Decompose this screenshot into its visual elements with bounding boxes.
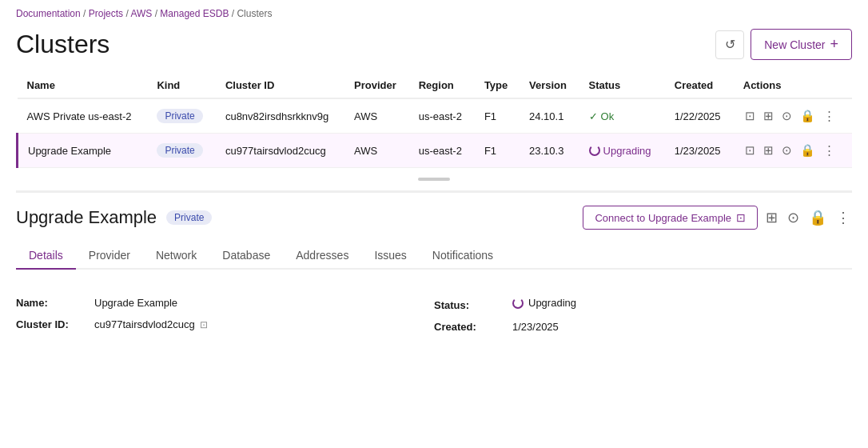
drag-handle[interactable] xyxy=(418,178,450,181)
detail-title: Upgrade Example xyxy=(16,207,157,228)
detail-lock-icon[interactable]: 🔒 xyxy=(807,207,828,228)
cell-provider: AWS xyxy=(344,134,409,168)
cluster-id-row: Cluster ID: cu977tairsdvlod2cucg ⊡ xyxy=(16,314,434,335)
upload-icon[interactable]: ⊙ xyxy=(780,107,794,125)
more-icon[interactable]: ⋮ xyxy=(822,107,837,125)
breadcrumb-projects[interactable]: Projects xyxy=(89,8,123,19)
kind-badge: Private xyxy=(157,143,202,158)
cell-created: 1/23/2025 xyxy=(665,134,734,168)
kind-badge: Private xyxy=(157,109,202,123)
table-row[interactable]: Upgrade Example Private cu977tairsdvlod2… xyxy=(18,134,853,168)
clusters-table-container: Name Kind Cluster ID Provider Region Typ… xyxy=(0,73,868,168)
col-provider: Provider xyxy=(344,73,409,98)
more-icon[interactable]: ⋮ xyxy=(822,142,837,159)
detail-actions: Connect to Upgrade Example ⊡ ⊞ ⊙ 🔒 ⋮ xyxy=(583,206,852,230)
cell-provider: AWS xyxy=(344,98,409,134)
status-text: Upgrading xyxy=(603,145,651,157)
status-value-text: Upgrading xyxy=(528,297,576,309)
breadcrumb-managed-esdb[interactable]: Managed ESDB xyxy=(160,8,229,19)
spinner-icon xyxy=(589,145,600,156)
name-value: Upgrade Example xyxy=(94,297,177,309)
cell-actions: ⊡ ⊞ ⊙ 🔒 ⋮ xyxy=(734,98,852,134)
copy-icon[interactable]: ⊡ xyxy=(743,107,757,125)
detail-upload-icon[interactable]: ⊙ xyxy=(786,207,801,228)
table-header-row: Name Kind Cluster ID Provider Region Typ… xyxy=(18,73,853,98)
detail-more-icon[interactable]: ⋮ xyxy=(834,207,852,228)
header-actions: ↺ New Cluster + xyxy=(715,29,852,60)
cell-status: Upgrading xyxy=(579,134,665,168)
detail-left-col: Name: Upgrade Example Cluster ID: cu977t… xyxy=(16,292,434,338)
page-header: Clusters ↺ New Cluster + xyxy=(0,19,868,73)
connect-label: Connect to Upgrade Example xyxy=(595,212,731,224)
action-icons: ⊡ ⊞ ⊙ 🔒 ⋮ xyxy=(743,142,842,159)
detail-header: Upgrade Example Private Connect to Upgra… xyxy=(16,206,852,230)
upload-icon[interactable]: ⊙ xyxy=(780,142,794,159)
link-icon[interactable]: ⊞ xyxy=(762,142,775,159)
cell-cluster-id: cu8nv82irsdhsrkknv9g xyxy=(216,98,344,134)
cell-name: AWS Private us-east-2 xyxy=(18,98,148,134)
detail-link-icon[interactable]: ⊞ xyxy=(764,207,779,228)
tab-provider[interactable]: Provider xyxy=(76,242,143,270)
breadcrumb-aws[interactable]: AWS xyxy=(130,8,152,19)
tab-database[interactable]: Database xyxy=(209,242,283,270)
cell-name: Upgrade Example xyxy=(18,134,148,168)
cell-actions: ⊡ ⊞ ⊙ 🔒 ⋮ xyxy=(734,134,852,168)
cluster-id-copy-icon[interactable]: ⊡ xyxy=(200,319,208,330)
page-title: Clusters xyxy=(16,30,109,59)
check-circle-icon: ✓ xyxy=(589,110,598,122)
refresh-icon: ↺ xyxy=(725,37,735,52)
clusters-table: Name Kind Cluster ID Provider Region Typ… xyxy=(16,73,852,168)
tab-network[interactable]: Network xyxy=(143,242,209,270)
breadcrumb: Documentation / Projects / AWS / Managed… xyxy=(0,0,868,19)
name-label: Name: xyxy=(16,297,88,309)
tab-details[interactable]: Details xyxy=(16,242,76,270)
cell-version: 23.10.3 xyxy=(520,134,579,168)
cell-region: us-east-2 xyxy=(409,98,475,134)
detail-content: Name: Upgrade Example Cluster ID: cu977t… xyxy=(16,282,852,347)
col-region: Region xyxy=(409,73,475,98)
status-text: Ok xyxy=(601,110,615,122)
cell-kind: Private xyxy=(147,98,216,134)
tab-addresses[interactable]: Addresses xyxy=(283,242,361,270)
cell-type: F1 xyxy=(475,98,520,134)
tab-notifications[interactable]: Notifications xyxy=(420,242,506,270)
col-name: Name xyxy=(18,73,148,98)
plus-icon: + xyxy=(830,36,838,53)
connect-icon: ⊡ xyxy=(736,211,746,224)
detail-grid: Name: Upgrade Example Cluster ID: cu977t… xyxy=(16,292,852,338)
name-row: Name: Upgrade Example xyxy=(16,292,434,314)
link-icon[interactable]: ⊞ xyxy=(762,107,775,125)
table-row[interactable]: AWS Private us-east-2 Private cu8nv82irs… xyxy=(18,98,853,134)
status-ok: ✓ Ok xyxy=(589,110,655,122)
tab-issues[interactable]: Issues xyxy=(361,242,419,270)
copy-icon[interactable]: ⊡ xyxy=(743,142,757,159)
cell-version: 24.10.1 xyxy=(520,98,579,134)
new-cluster-label: New Cluster xyxy=(764,38,825,51)
col-actions: Actions xyxy=(734,73,852,98)
cell-kind: Private xyxy=(147,134,216,168)
breadcrumb-documentation[interactable]: Documentation xyxy=(16,8,81,19)
status-upgrading: Upgrading xyxy=(589,145,655,157)
lock-icon[interactable]: 🔒 xyxy=(798,142,817,159)
created-label: Created: xyxy=(434,321,506,333)
cluster-id-value: cu977tairsdvlod2cucg ⊡ xyxy=(94,318,208,330)
breadcrumb-clusters: Clusters xyxy=(237,8,272,19)
col-cluster-id: Cluster ID xyxy=(216,73,344,98)
col-type: Type xyxy=(475,73,520,98)
status-label: Status: xyxy=(434,299,506,311)
cell-created: 1/22/2025 xyxy=(665,98,734,134)
refresh-button[interactable]: ↺ xyxy=(715,30,744,59)
detail-tabs: Details Provider Network Database Addres… xyxy=(16,242,852,270)
cell-cluster-id: cu977tairsdvlod2cucg xyxy=(216,134,344,168)
connect-button[interactable]: Connect to Upgrade Example ⊡ xyxy=(583,206,758,230)
lock-icon[interactable]: 🔒 xyxy=(798,107,817,125)
cell-status: ✓ Ok xyxy=(579,98,665,134)
col-status: Status xyxy=(579,73,665,98)
detail-right-col: Status: Upgrading Created: 1/23/2025 xyxy=(434,292,852,338)
new-cluster-button[interactable]: New Cluster + xyxy=(751,29,852,60)
cluster-id-text: cu977tairsdvlod2cucg xyxy=(94,318,195,330)
action-icons: ⊡ ⊞ ⊙ 🔒 ⋮ xyxy=(743,107,842,125)
col-created: Created xyxy=(665,73,734,98)
detail-panel: Upgrade Example Private Connect to Upgra… xyxy=(0,193,868,347)
cell-type: F1 xyxy=(475,134,520,168)
